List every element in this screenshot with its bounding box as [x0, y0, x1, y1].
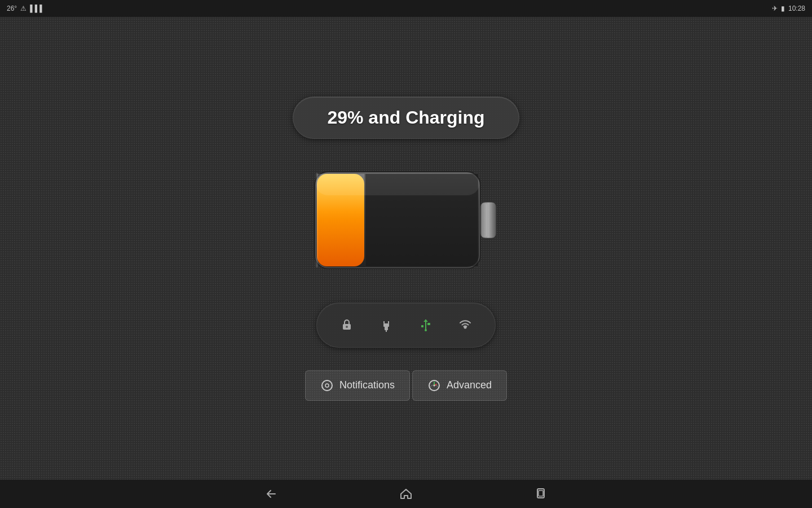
advanced-label: Advanced [447, 379, 492, 391]
svg-point-29 [325, 384, 329, 387]
battery-lock-icon[interactable] [333, 311, 361, 339]
usb-icon[interactable] [412, 311, 440, 339]
svg-point-28 [322, 380, 332, 391]
advanced-gauge-icon [427, 379, 441, 392]
status-left: 26° ⚠ ▌▌▌ [7, 5, 45, 12]
svg-rect-16 [383, 323, 389, 327]
battery-status-pill: 29% and Charging [293, 97, 519, 139]
battery-graphic [299, 161, 513, 280]
main-content: 29% and Charging [0, 17, 812, 480]
notifications-label: Notifications [339, 379, 395, 391]
svg-rect-9 [482, 203, 487, 237]
status-right: ✈ ▮ 10:28 [772, 5, 805, 12]
notifications-button[interactable]: Notifications [305, 370, 410, 401]
clock-text: 10:28 [788, 5, 805, 12]
wireless-signal-icon[interactable] [451, 311, 479, 339]
advanced-button[interactable]: Advanced [412, 370, 507, 401]
battery-status-text: 29% and Charging [327, 107, 484, 128]
home-button[interactable] [395, 483, 417, 505]
battery-status-icon: ▮ [781, 5, 785, 12]
battery-svg [299, 161, 513, 280]
recents-button[interactable] [530, 483, 553, 505]
svg-point-14 [346, 326, 348, 328]
svg-rect-33 [539, 491, 543, 496]
temperature-text: 26° [7, 5, 17, 12]
charger-plug-icon[interactable] [372, 311, 400, 339]
notifications-circle-icon [320, 379, 334, 392]
nav-bar [0, 480, 812, 508]
warning-icon: ⚠ [20, 5, 27, 12]
action-buttons: Notifications Advanced [305, 370, 507, 401]
back-button[interactable] [259, 483, 282, 505]
svg-point-26 [425, 329, 427, 331]
airplane-mode-icon: ✈ [772, 5, 778, 12]
icon-bar [316, 303, 496, 348]
signal-bars-icon: ▌▌▌ [30, 5, 45, 12]
svg-rect-10 [316, 173, 479, 195]
status-bar: 26° ⚠ ▌▌▌ ✈ ▮ 10:28 [0, 0, 812, 17]
